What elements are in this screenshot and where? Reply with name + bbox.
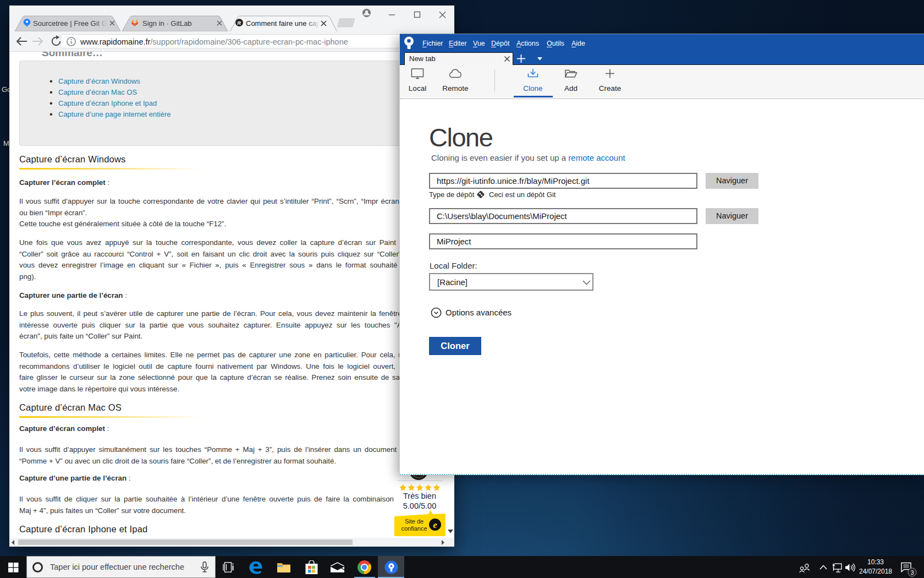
svg-text:5.00/5.00: 5.00/5.00 [403, 501, 436, 510]
svg-text:Site de: Site de [405, 518, 424, 525]
svg-text:confiance: confiance [401, 525, 427, 532]
svg-text:R: R [237, 20, 241, 26]
svg-text:e: e [433, 520, 437, 530]
svg-text:3: 3 [910, 569, 914, 576]
svg-text:Sign in · GitLab: Sign in · GitLab [142, 19, 192, 28]
svg-text:Très bien: Très bien [403, 492, 436, 500]
